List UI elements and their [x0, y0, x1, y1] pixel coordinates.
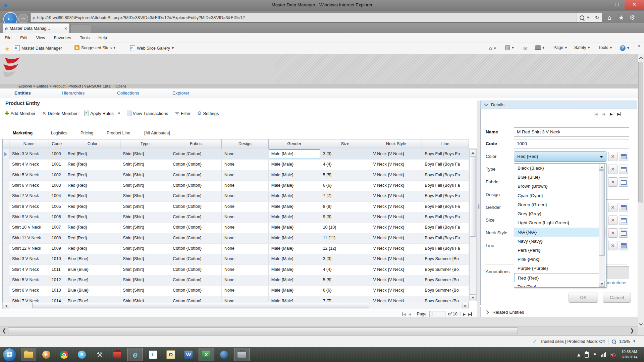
cell-color[interactable]: Red {Red} — [65, 170, 120, 180]
action-center-flag-icon[interactable]: ⚑ — [593, 352, 597, 357]
cell-type[interactable]: Shirt {Shirt} — [120, 275, 170, 285]
cell-line[interactable]: Boys Fall {Boys Fa — [422, 244, 469, 254]
cell-gender[interactable]: Male {Male} — [269, 254, 320, 264]
cell-size[interactable]: 5 {5} — [320, 275, 371, 285]
page-hscroll-thumb[interactable] — [8, 327, 518, 334]
related-entities-section[interactable]: Related Entities — [480, 307, 637, 317]
nav-hierarchies[interactable]: Hierarchies — [62, 90, 85, 96]
cell-size[interactable]: 12 {12} — [320, 244, 371, 254]
taskbar-internet-explorer[interactable]: e — [127, 348, 143, 361]
tab-pricing[interactable]: Pricing — [80, 131, 93, 135]
tab-all-attributes[interactable]: [All Attributes] — [144, 131, 170, 135]
table-row[interactable]: Shirt 5 V Neck1002Red {Red}Shirt {Shirt}… — [3, 170, 469, 181]
new-tab-stub[interactable] — [70, 24, 91, 34]
cell-name[interactable]: Shirt 6 V Neck — [9, 286, 49, 296]
cell-code[interactable]: 1000 — [49, 149, 65, 159]
filter-button[interactable]: Filter — [175, 111, 191, 116]
cell-color[interactable]: Blue {Blue} — [65, 286, 120, 296]
table-row[interactable]: Shirt 6 V Neck1013Blue {Blue}Shirt {Shir… — [3, 286, 469, 296]
table-row[interactable]: Shirt 8 V Neck1005Red {Red}Shirt {Shirt}… — [3, 202, 469, 212]
column-header-code[interactable]: Code — [49, 139, 65, 149]
column-header-fabric[interactable]: Fabric — [170, 139, 222, 149]
column-header-line[interactable]: Line — [422, 139, 469, 149]
table-row[interactable]: Shirt 9 V Neck1006Red {Red}Shirt {Shirt}… — [3, 212, 469, 223]
cell-gender[interactable]: Male {Male} — [269, 149, 320, 159]
menu-view[interactable]: View — [36, 36, 45, 40]
search-icon[interactable] — [580, 15, 584, 20]
fabric-detail-button[interactable] — [619, 177, 628, 187]
cell-design[interactable]: None — [222, 223, 269, 233]
cell-size[interactable]: 5 {5} — [320, 170, 371, 180]
cell-name[interactable]: Shirt 3 V Neck — [9, 149, 49, 159]
row-selector[interactable] — [3, 212, 9, 222]
cell-line[interactable]: Boys Fall {Boys Fa — [422, 212, 469, 222]
cell-neck-style[interactable]: V Neck {V Neck} — [370, 149, 422, 159]
url-text[interactable]: http://r9-wxl90:8081/Explorer/AttributeS… — [37, 15, 577, 20]
cell-design[interactable]: None — [222, 170, 269, 180]
taskbar-word[interactable]: W — [181, 348, 196, 361]
home-menu-button[interactable]: ⌂▼ — [489, 45, 496, 51]
dropdown-item[interactable]: Purple {Purple} — [514, 264, 606, 273]
delete-member-button[interactable]: ✕Delete Member — [42, 110, 77, 116]
cell-gender[interactable]: Male {Male} — [269, 265, 320, 275]
cell-neck-style[interactable]: V Neck {V Neck} — [370, 286, 422, 296]
menu-edit[interactable]: Edit — [20, 36, 28, 40]
color-dropdown[interactable]: Red {Red} — [514, 152, 606, 162]
column-header-type[interactable]: Type — [120, 139, 170, 149]
cell-line[interactable]: Boys Fall {Boys Fa — [422, 191, 469, 201]
cell-color[interactable]: Red {Red} — [65, 181, 120, 191]
favbar-item-web-slice[interactable]: e Web Slice Gallery ▼ — [130, 45, 174, 51]
row-selector[interactable] — [3, 170, 9, 180]
table-row[interactable]: Shirt 12 V Neck1009Red {Red}Shirt {Shirt… — [3, 244, 469, 254]
menu-favorites[interactable]: Favorites — [54, 36, 71, 40]
cell-neck-style[interactable]: V Neck {V Neck} — [370, 254, 422, 264]
cell-size[interactable]: 3 {3} — [320, 149, 371, 159]
cell-color[interactable]: Red {Red} — [65, 160, 120, 170]
help-menu-button[interactable]: ?▼ — [620, 45, 629, 51]
type-clear-button[interactable]: ✕ — [608, 165, 618, 174]
cell-color[interactable]: Blue {Blue} — [65, 254, 120, 264]
cell-gender[interactable]: Male {Male} — [269, 275, 320, 285]
cell-fabric[interactable]: Cotton {Cotton} — [170, 265, 222, 275]
taskbar-skype[interactable]: S — [74, 348, 90, 361]
cell-neck-style[interactable]: V Neck {V Neck} — [370, 223, 422, 233]
cell-color[interactable]: Blue {Blue} — [65, 275, 120, 285]
dropdown-item[interactable]: Blue {Blue} — [514, 173, 606, 182]
row-selector[interactable] — [3, 244, 9, 254]
cell-gender[interactable]: Male {Male} — [269, 244, 320, 254]
table-row[interactable]: Shirt 10 V Neck1007Red {Red}Shirt {Shirt… — [3, 223, 469, 233]
next-record-icon[interactable]: ▶ — [610, 112, 612, 116]
page-scroll-right-icon[interactable]: ❯ — [630, 327, 634, 334]
cell-line[interactable]: Boys Fall {Boys Fa — [422, 202, 469, 212]
cell-neck-style[interactable]: V Neck {V Neck} — [370, 275, 422, 285]
dropdown-item[interactable]: N/A {N/A} — [514, 228, 606, 237]
cell-design[interactable]: None — [222, 191, 269, 201]
dropdown-item[interactable]: Navy {Navy} — [514, 237, 606, 246]
prev-record-icon[interactable]: ◀ — [602, 112, 605, 116]
volume-muted-icon[interactable] — [610, 352, 615, 357]
feeds-button[interactable]: )))▼ — [505, 45, 514, 50]
cell-line[interactable]: Boys Fall {Boys Fa — [422, 160, 469, 170]
cell-type[interactable]: Shirt {Shirt} — [120, 244, 170, 254]
dropdown-scroll-down-icon[interactable]: ▼ — [599, 281, 605, 287]
row-selector[interactable] — [3, 191, 9, 201]
cell-name[interactable]: Shirt 4 V Neck — [9, 265, 49, 275]
cell-code[interactable]: 1012 — [49, 275, 65, 285]
cell-code[interactable]: 1004 — [49, 191, 65, 201]
first-record-icon[interactable]: ◀ — [594, 112, 597, 116]
cell-design[interactable]: None — [222, 160, 269, 170]
neck-style-detail-button[interactable] — [619, 228, 628, 238]
cell-line[interactable]: Boys Fall {Boys Fa — [422, 149, 469, 159]
cell-gender[interactable]: Male {Male} — [269, 191, 320, 201]
refresh-icon[interactable]: ↻ — [595, 15, 599, 21]
table-row[interactable]: Shirt 7 V Neck1004Red {Red}Shirt {Shirt}… — [3, 191, 469, 201]
column-header-neck-style[interactable]: Neck Style — [370, 139, 422, 149]
dropdown-scroll-up-icon[interactable]: ▲ — [599, 164, 605, 170]
cell-code[interactable]: 1002 — [49, 170, 65, 180]
cell-type[interactable]: Shirt {Shirt} — [120, 170, 170, 180]
grid-scroll-up-icon[interactable]: ▲ — [470, 149, 476, 155]
cell-fabric[interactable]: Cotton {Cotton} — [170, 160, 222, 170]
last-page-icon[interactable]: ▶ — [468, 312, 472, 316]
cell-type[interactable]: Shirt {Shirt} — [120, 202, 170, 212]
table-row[interactable]: Shirt 4 V Neck1011Blue {Blue}Shirt {Shir… — [3, 265, 469, 275]
